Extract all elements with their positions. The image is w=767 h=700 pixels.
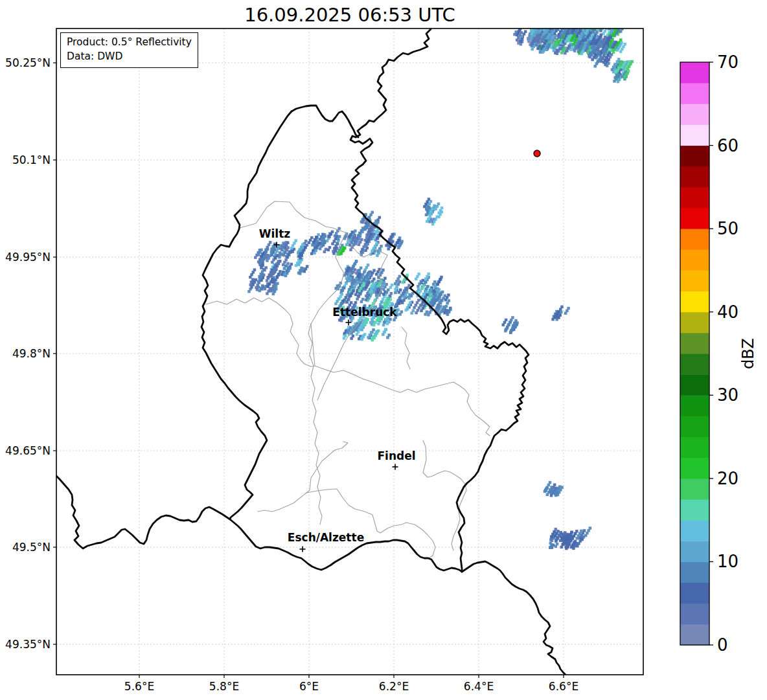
colorbar-segment: [680, 395, 709, 416]
echo-cell: [545, 40, 548, 43]
echo-cell: [374, 220, 378, 223]
echo-cell: [301, 254, 304, 257]
echo-cell: [398, 280, 402, 284]
echo-cell: [426, 293, 429, 297]
colorbar-segment: [680, 312, 709, 333]
echo-cell: [262, 273, 266, 277]
echo-cell: [341, 286, 345, 289]
echo-cell: [588, 22, 591, 25]
echo-cell: [378, 216, 382, 220]
echo-cell: [417, 299, 420, 302]
echo-cell: [505, 319, 508, 322]
echo-cell: [349, 277, 352, 280]
echo-cell: [428, 198, 431, 201]
echo-cell: [277, 260, 280, 263]
echo-cell: [612, 24, 615, 27]
echo-cell: [549, 25, 553, 28]
echo-cell: [343, 247, 347, 250]
echo-cell: [270, 252, 273, 255]
echo-cell: [284, 258, 288, 262]
echo-cell: [569, 25, 573, 28]
echo-cell: [440, 299, 443, 302]
echo-cell: [548, 25, 551, 28]
echo-cell: [276, 282, 279, 286]
echo-cell: [351, 267, 354, 270]
echo-cell: [261, 264, 264, 267]
echo-cell: [400, 310, 404, 313]
echo-cell: [606, 25, 610, 28]
echo-cell: [372, 328, 375, 332]
country-border-line: [201, 111, 292, 519]
echo-cell: [266, 254, 269, 257]
echo-cell: [512, 326, 516, 329]
echo-cell: [279, 270, 282, 273]
echo-cell: [286, 246, 290, 249]
product-info-line2: Data: DWD: [67, 49, 192, 63]
echo-cell: [300, 247, 303, 250]
echo-cell: [253, 268, 257, 271]
echo-cell: [442, 306, 446, 309]
echo-cell: [545, 25, 548, 28]
echo-cell: [279, 253, 282, 256]
echo-cell: [569, 25, 572, 28]
echo-cell: [619, 38, 623, 41]
echo-cell: [341, 293, 344, 296]
echo-cell: [261, 284, 264, 288]
echo-cell: [620, 60, 623, 63]
echo-cluster: [551, 306, 570, 321]
y-tick-label: 49.5°N: [12, 541, 51, 554]
echo-cell: [566, 25, 569, 28]
echo-cell: [338, 235, 341, 238]
map-plot: 5.6°E5.8°E6°E6.2°E6.4°E6.6°E50.25°N50.1°…: [0, 0, 767, 700]
echo-cluster: [502, 316, 519, 334]
echo-cell: [448, 299, 451, 302]
echo-cell: [316, 240, 319, 243]
echo-cell: [426, 310, 429, 313]
echo-cell: [599, 56, 602, 59]
echo-cell: [600, 23, 603, 27]
y-tick-label: 49.8°N: [12, 347, 51, 360]
echo-cell: [560, 23, 563, 27]
echo-cell: [356, 280, 360, 284]
echo-cell: [533, 22, 536, 25]
echo-cell: [434, 294, 437, 297]
y-tick-label: 50.25°N: [5, 56, 51, 69]
echo-cell: [390, 292, 393, 295]
echo-cell: [575, 21, 578, 25]
echo-cell: [375, 242, 378, 245]
echo-cell: [282, 271, 285, 274]
echo-cell: [407, 284, 411, 288]
colorbar-segment: [680, 104, 709, 125]
echo-cell: [558, 47, 562, 51]
echo-cell: [367, 278, 371, 281]
echo-cell: [367, 282, 371, 285]
echo-cell: [391, 284, 394, 287]
city-label: Findel: [377, 449, 415, 462]
echo-cell: [406, 291, 409, 294]
echo-cell: [445, 305, 448, 308]
echo-cell: [441, 291, 444, 294]
colorbar-segment: [680, 62, 709, 84]
colorbar-tick-label: 70: [717, 52, 738, 72]
colorbar-segment: [680, 374, 709, 396]
echo-cell: [427, 273, 430, 276]
colorbar-segment: [680, 624, 709, 646]
echo-cell: [574, 540, 577, 543]
echo-cell: [564, 47, 567, 50]
echo-cell: [266, 248, 269, 251]
echo-cell: [429, 288, 433, 291]
echo-cluster: [611, 58, 634, 83]
echo-cell: [520, 25, 523, 28]
echo-cell: [514, 322, 517, 325]
x-tick-label: 6°E: [299, 680, 319, 693]
district-border-line: [308, 324, 322, 525]
echo-cell: [336, 235, 339, 238]
echo-cell: [580, 530, 583, 533]
echo-cell: [568, 45, 571, 48]
echo-cell: [363, 271, 366, 274]
echo-cell: [362, 282, 365, 285]
district-borders: [206, 201, 490, 558]
echo-cell: [553, 483, 556, 486]
district-border-line: [258, 442, 348, 512]
echo-cell: [549, 481, 552, 484]
